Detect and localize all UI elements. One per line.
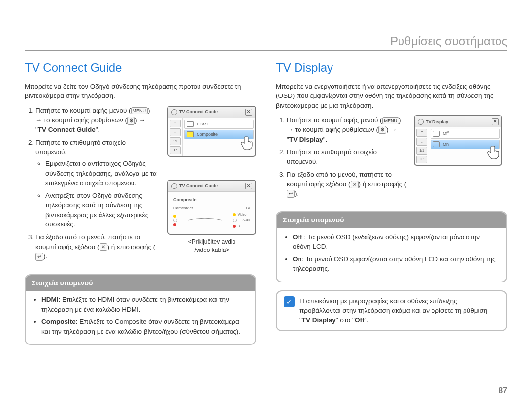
figure-tvdisplay-menu: TV Display ✕ ⌃ ⌄ 1/1 ↩ <box>414 115 507 166</box>
submenu-item-hdmi: HDMI: Επιλέξτε το HDMI όταν συνδέετε τη … <box>41 295 247 314</box>
option-hdmi[interactable]: HDMI <box>184 120 254 129</box>
close-icon[interactable]: ✕ <box>245 109 252 116</box>
page-number: 87 <box>499 386 507 395</box>
col-tv-connect-guide: TV Connect Guide Μπορείτε να δείτε τον Ο… <box>25 60 256 345</box>
page-indicator: 1/1 <box>416 147 427 155</box>
intro-right: Μπορείτε να ενεργοποιήσετε ή να απενεργο… <box>276 82 507 111</box>
submenu-box-right: Στοιχεία υπομενού Off : Τα μενού OSD (εν… <box>276 211 507 282</box>
label-camcorder: Camcorder <box>173 205 193 211</box>
option-off[interactable]: Off <box>431 129 500 138</box>
steps-left: Πατήστε το κουμπί αφής μενού (MENU) → το… <box>25 106 158 261</box>
page-indicator: 1/1 <box>170 137 181 145</box>
col-tv-display: TV Display Μπορείτε να ενεργοποιήσετε ή … <box>276 60 507 345</box>
arrow-icon: → <box>139 116 145 124</box>
arrow-icon: → <box>390 126 397 133</box>
note-box: ✓ Η απεικόνιση με μικρογραφίες και οι οθ… <box>276 290 507 331</box>
up-icon[interactable]: ⌃ <box>170 120 181 127</box>
on-icon <box>433 141 440 147</box>
down-icon[interactable]: ⌄ <box>416 138 427 146</box>
intro-left: Μπορείτε να δείτε τον Οδηγό σύνδεσης τηλ… <box>25 82 256 101</box>
gear-icon <box>171 109 177 115</box>
submenu-title: Στοιχεία υπομενού <box>26 275 255 291</box>
submenu-item-on: On: Τα μενού OSD εμφανίζονται στην οθόνη… <box>293 254 499 274</box>
gear-icon <box>418 119 424 125</box>
composite-icon <box>187 131 194 137</box>
figure-tvconnect-menu: TV Connect Guide ✕ ⌃ ⌄ 1/1 ↩ <box>167 106 256 157</box>
close-icon: ✕ <box>351 181 359 188</box>
back-icon[interactable]: ↩ <box>416 156 427 163</box>
step-2-bullet-1: Εμφανίζεται ο αντίστοιχος Οδηγός σύνδεση… <box>45 159 158 188</box>
down-icon[interactable]: ⌄ <box>170 128 181 136</box>
note-text: Η απεικόνιση με μικρογραφίες και οι οθόν… <box>299 296 499 325</box>
note-icon: ✓ <box>284 296 295 307</box>
heading-tv-display: TV Display <box>276 60 507 77</box>
arrow-icon: → <box>35 116 42 124</box>
label-tv: TV <box>245 205 250 211</box>
page-header: Ρυθμίσεις συστήματος <box>25 34 507 51</box>
step-2-bullet-2: Ανατρέξτε στον Οδηγό σύνδεσης τηλεόρασης… <box>45 191 158 229</box>
arrow-icon: → <box>287 126 293 133</box>
close-icon[interactable]: ✕ <box>492 118 499 125</box>
submenu-item-composite: Composite: Επιλέξτε το Composite όταν συ… <box>41 317 247 336</box>
composite-heading: Composite <box>173 197 250 203</box>
cable-diagram <box>185 213 225 228</box>
up-icon[interactable]: ⌃ <box>416 129 427 137</box>
close-icon: ✕ <box>100 243 107 251</box>
steps-right: Πατήστε το κουμπί αφής μενού (MENU) → το… <box>276 115 409 198</box>
back-icon: ↩ <box>287 190 295 198</box>
close-icon[interactable]: ✕ <box>245 183 252 189</box>
submenu-box-left: Στοιχεία υπομενού HDMI: Επιλέξτε το HDMI… <box>25 274 256 345</box>
submenu-item-off: Off : Τα μενού OSD (ενδείξεων οθόνης) εμ… <box>293 232 499 251</box>
menu-button-label: MENU <box>382 117 399 124</box>
ui-title-text: TV Connect Guide <box>179 183 218 189</box>
back-icon: ↩ <box>35 253 43 261</box>
off-icon <box>433 131 440 137</box>
step-3: Για έξοδο από το μενού, πατήστε το κουμπ… <box>35 232 158 261</box>
step-1: Πατήστε το κουμπί αφής μενού (MENU) → το… <box>287 115 409 144</box>
hdmi-icon <box>187 121 194 127</box>
ui-title-text: TV Display <box>426 119 448 125</box>
step-1: Πατήστε το κουμπί αφής μενού (MENU) → το… <box>35 106 158 135</box>
step-2: Πατήστε το επιθυμητό στοιχείο υπομενού. … <box>35 138 158 229</box>
back-icon[interactable]: ↩ <box>170 146 181 154</box>
heading-tv-connect: TV Connect Guide <box>25 60 256 77</box>
ui-title-text: TV Connect Guide <box>179 109 218 115</box>
step-3: Για έξοδο από το μενού, πατήστε το κουμπ… <box>287 170 409 199</box>
figure-caption: <Priključitev avdio/video kabla> <box>167 238 256 255</box>
gear-icon: ⚙ <box>127 117 135 125</box>
gear-icon <box>171 183 177 189</box>
touch-hand-icon <box>485 142 504 162</box>
touch-hand-icon <box>238 133 258 153</box>
submenu-title: Στοιχεία υπομενού <box>277 212 506 228</box>
figure-composite-diagram: TV Connect Guide ✕ Composite Camcorder T… <box>167 180 256 255</box>
gear-icon: ⚙ <box>378 126 386 134</box>
menu-button-label: MENU <box>131 107 148 114</box>
step-2: Πατήστε το επιθυμητό στοιχείο υπομενού. <box>287 147 409 166</box>
